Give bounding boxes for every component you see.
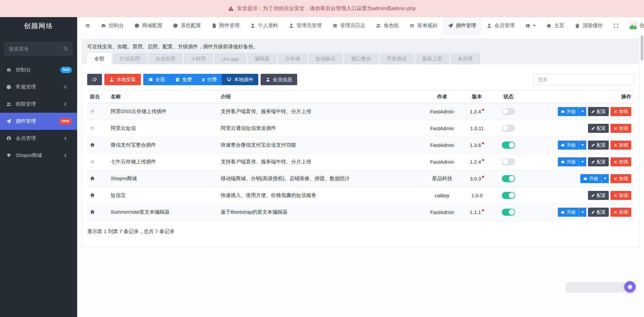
uninstall-button[interactable]: 卸载 (610, 124, 631, 133)
uninstall-button[interactable]: 卸载 (610, 141, 631, 150)
tab-uniapp[interactable]: Uni-app (214, 53, 246, 64)
status-toggle[interactable] (502, 125, 515, 132)
nav-item-user-menu[interactable]: 创颜 (624, 17, 644, 34)
nav-item-clear-cache[interactable]: 清除缓存 (570, 17, 608, 34)
tab-industry[interactable]: 行业应用 (113, 53, 147, 64)
upgrade-button[interactable]: 升级 (558, 107, 579, 116)
column-header: 名称 (108, 91, 218, 103)
nav-item-label: 主页 (554, 22, 564, 29)
caret-down-icon (581, 211, 584, 213)
sidebar-item-plugins[interactable]: 插件管理new (0, 113, 77, 130)
plugin-panel: 可在线安装、卸载、禁用、启用、配置、升级插件，插件升级前请做好备份。 全部行业应… (82, 39, 639, 247)
nav-item-menu-rules[interactable]: 菜单规则 (404, 17, 443, 34)
cloud-icon (561, 110, 565, 114)
status-toggle[interactable] (502, 142, 515, 149)
local-install-label: 本地安装 (116, 76, 136, 83)
local-install-button[interactable]: 本地安装 (104, 74, 141, 85)
status-toggle[interactable] (502, 175, 515, 182)
config-button[interactable]: 配置 (588, 141, 609, 150)
status-toggle[interactable] (502, 158, 515, 165)
nav-item-plugins[interactable]: 插件管理 (443, 17, 481, 34)
main-column: 控制台商城配置系统配置附件管理个人资料管理员管理管理员日志角色组菜单规则插件管理… (77, 17, 644, 317)
x-icon (613, 194, 618, 198)
config-button[interactable]: 配置 (588, 157, 609, 166)
sidebar-item-permissions[interactable]: 权限管理 (0, 96, 77, 113)
frontend-home-icon[interactable] (90, 193, 95, 198)
nav-item-more-menu[interactable] (520, 17, 541, 34)
menu-toggle[interactable] (80, 17, 96, 34)
uninstall-button[interactable]: 卸载 (610, 174, 631, 183)
status-toggle[interactable] (502, 192, 515, 199)
tab-all[interactable]: 全部 (87, 53, 111, 64)
frontend-home-icon[interactable] (90, 109, 95, 114)
filter-all-button[interactable]: 全部 (143, 74, 170, 85)
nav-item-profile[interactable]: 个人资料 (245, 17, 283, 34)
frontend-home-icon[interactable] (90, 209, 95, 214)
chat-widget-button[interactable] (624, 281, 636, 293)
tab-newest[interactable]: 最新上架 (415, 53, 449, 64)
chevron-left-icon (63, 85, 72, 90)
uninstall-button[interactable]: 卸载 (610, 107, 631, 116)
sidebar-item-general[interactable]: 常规管理 (0, 78, 77, 96)
security-banner-text: 安全提示：为了你的后台安全，请勿将后台管理入口设置为admin或admin.ph… (237, 5, 416, 12)
nav-item-homepage[interactable]: 主页 (541, 17, 570, 34)
sidebar-search-input[interactable] (9, 46, 63, 52)
sidebar-item-members[interactable]: 会员管理 (0, 130, 77, 147)
status-toggle[interactable] (502, 209, 515, 216)
filter-paid-button[interactable]: ¥ 付费 (197, 74, 222, 85)
plugin-intro: 支持客户端直传、服务端中转、分片上传 (218, 154, 423, 170)
upgrade-button-group: 升级 (558, 208, 586, 217)
tab-dev-test[interactable]: 开发测试 (380, 53, 414, 64)
pencil-icon (591, 210, 595, 214)
config-button[interactable]: 配置 (588, 191, 609, 200)
nav-item-attachments[interactable]: 附件管理 (206, 17, 245, 34)
uninstall-button[interactable]: 卸载 (610, 157, 631, 166)
frontend-home-icon[interactable] (90, 125, 95, 130)
upgrade-caret-button[interactable] (579, 208, 586, 217)
member-info-button[interactable]: 会员信息 (261, 74, 297, 85)
brand-title: 创颜网络 (0, 17, 77, 35)
tab-cloud-storage[interactable]: 云存储 (278, 53, 307, 64)
plugin-search-input[interactable] (533, 74, 634, 85)
sidebar-item-dashboard[interactable]: 控制台hot (0, 61, 77, 78)
tab-uncategorized[interactable]: 未归类 (451, 53, 480, 64)
tab-editor[interactable]: 编辑器 (248, 53, 277, 64)
tab-sms-verify[interactable]: 短信验证 (309, 53, 343, 64)
upgrade-button[interactable]: 升级 (558, 208, 579, 217)
nav-item-system-config[interactable]: 系统配置 (168, 17, 206, 34)
pencil-icon (591, 110, 595, 114)
frontend-home-icon[interactable] (90, 159, 95, 164)
frontend-home-icon[interactable] (90, 142, 95, 147)
upgrade-button[interactable]: 升级 (580, 174, 601, 183)
upgrade-caret-button[interactable] (579, 107, 586, 116)
uninstall-button[interactable]: 卸载 (610, 208, 631, 217)
upgrade-button[interactable]: 升级 (558, 157, 579, 166)
tab-api-integration[interactable]: 接口整合 (344, 53, 378, 64)
nav-item-fullscreen[interactable] (608, 17, 624, 34)
refresh-button[interactable] (87, 74, 102, 85)
nav-item-admin-logs[interactable]: 管理员日志 (327, 17, 371, 34)
tab-miniapp[interactable]: 小程序 (184, 53, 213, 64)
upgrade-caret-button[interactable] (601, 174, 609, 183)
config-button[interactable]: 配置 (588, 208, 609, 217)
sidebar-item-shopro[interactable]: Shopro商城 (0, 147, 77, 164)
update-dot (482, 159, 484, 161)
status-toggle[interactable] (502, 108, 515, 115)
upgrade-caret-button[interactable] (579, 141, 586, 150)
nav-item-dashboard[interactable]: 控制台 (96, 17, 129, 34)
filter-local-button[interactable]: 本地插件 (222, 74, 258, 85)
users-icon (376, 23, 381, 28)
window-scrollbar[interactable] (641, 36, 643, 60)
nav-item-role-groups[interactable]: 角色组 (371, 17, 404, 34)
upgrade-button[interactable]: 升级 (558, 141, 579, 150)
filter-free-button[interactable]: 免费 (170, 74, 197, 85)
nav-item-admins[interactable]: 管理员管理 (283, 17, 327, 34)
config-button[interactable]: 配置 (588, 107, 609, 116)
config-button[interactable]: 配置 (588, 124, 609, 133)
frontend-home-icon[interactable] (90, 176, 95, 181)
uninstall-button[interactable]: 卸载 (610, 191, 631, 200)
nav-item-shop-config[interactable]: 商城配置 (129, 17, 168, 34)
upgrade-caret-button[interactable] (579, 157, 586, 166)
nav-item-members[interactable]: 会员管理 (481, 17, 520, 34)
tab-enterprise[interactable]: 企业应用 (148, 53, 182, 64)
